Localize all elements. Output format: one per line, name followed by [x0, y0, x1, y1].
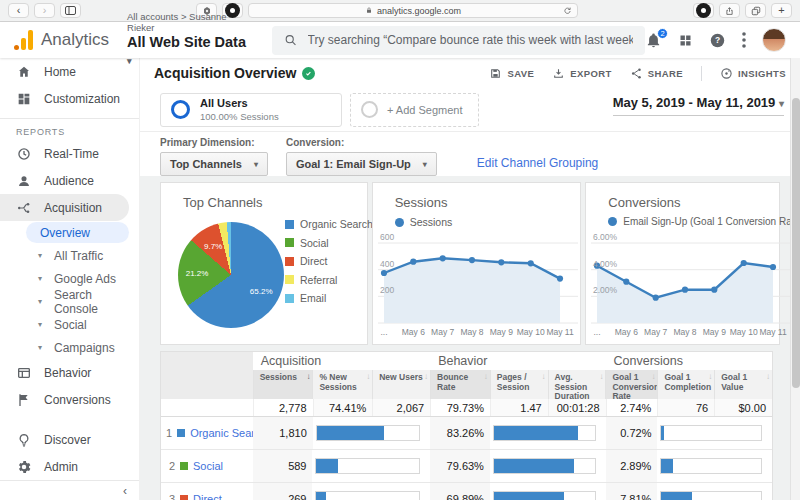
- legend-item-email[interactable]: Email: [285, 292, 373, 304]
- table-corner-cell: [161, 352, 253, 370]
- sidebar-item-conversions[interactable]: Conversions: [0, 386, 139, 413]
- add-segment-button[interactable]: + Add Segment: [350, 93, 479, 127]
- search-input[interactable]: [308, 33, 633, 47]
- column-header-avg-session-duration[interactable]: Avg. Session Duration↓: [548, 370, 606, 399]
- breadcrumb[interactable]: All accounts > Susanne Rieker: [127, 12, 250, 34]
- share-button[interactable]: SHARE: [630, 67, 683, 80]
- report-content: Acquisition Overview SAVE EXPORT SHARE: [140, 58, 800, 500]
- sort-arrow-icon[interactable]: ↓: [424, 373, 428, 382]
- legend-item-organic-search[interactable]: Organic Search: [285, 218, 373, 230]
- column-header-pages-session[interactable]: Pages / Session↓: [490, 370, 548, 399]
- extension-icon-3[interactable]: [693, 3, 714, 18]
- insights-icon: [720, 67, 733, 80]
- reload-icon[interactable]: [563, 6, 572, 16]
- sidebar-collapse-button[interactable]: ‹: [0, 480, 139, 500]
- sidebar-item-social[interactable]: ▾Social: [0, 313, 139, 336]
- sort-arrow-icon[interactable]: ↓: [651, 373, 655, 382]
- sort-arrow-icon[interactable]: ↓: [366, 373, 370, 382]
- notifications-bell-icon[interactable]: 2: [645, 32, 662, 49]
- sidebar-item-customization[interactable]: Customization: [0, 85, 139, 112]
- sidebar-item-acquisition[interactable]: Acquisition: [0, 194, 129, 221]
- dashboard: Top Channels 65.2%21.2%9.7% Organic Sear…: [140, 176, 800, 500]
- sidebar-item-all-traffic[interactable]: ▾All Traffic: [0, 244, 139, 267]
- sidebar-section-label: REPORTS: [0, 118, 139, 140]
- sidebar-toggle-icon[interactable]: [60, 3, 81, 18]
- channel-link[interactable]: Direct: [193, 493, 222, 500]
- flag-icon: [16, 392, 32, 408]
- sort-arrow-icon[interactable]: ↓: [484, 373, 488, 382]
- column-header-goal-1-completion[interactable]: Goal 1 Completion↓: [657, 370, 714, 399]
- sidebar-item-discover[interactable]: Discover: [0, 426, 139, 453]
- page-scrollbar[interactable]: [790, 58, 800, 500]
- sort-arrow-icon[interactable]: ↓: [708, 373, 712, 382]
- sidebar-item-audience[interactable]: Audience: [0, 167, 139, 194]
- tabs-overview-icon[interactable]: [745, 3, 766, 18]
- column-header-goal-1-value[interactable]: Goal 1 Value↓: [714, 370, 772, 399]
- chevron-down-icon[interactable]: ▾: [38, 274, 48, 283]
- address-bar[interactable]: analytics.google.com: [248, 3, 578, 18]
- share-page-icon[interactable]: [719, 3, 740, 18]
- new-tab-button[interactable]: +: [771, 3, 792, 18]
- insights-button[interactable]: INSIGHTS: [720, 67, 786, 80]
- primary-dimension-dropdown[interactable]: Top Channels▾: [160, 152, 268, 176]
- top-channels-pie-chart[interactable]: 65.2%21.2%9.7%: [178, 222, 284, 328]
- channel-link[interactable]: Social: [193, 460, 223, 472]
- property-selector[interactable]: All Web Site Data ▾: [127, 34, 250, 67]
- svg-text:May 8: May 8: [674, 327, 697, 337]
- conversion-label: Conversion:: [286, 137, 437, 148]
- totals-pages-session: 1.47: [490, 399, 548, 416]
- row-rank: 3: [166, 493, 175, 500]
- sort-arrow-icon[interactable]: ↓: [766, 373, 770, 382]
- help-icon[interactable]: ?: [709, 32, 726, 49]
- column-header-goal-1-conversion-rate[interactable]: Goal 1 Conversion Rate↓: [605, 370, 657, 399]
- analytics-logo-icon[interactable]: [14, 30, 33, 50]
- export-icon: [552, 67, 565, 80]
- svg-text:400: 400: [380, 259, 394, 269]
- edit-channel-grouping-link[interactable]: Edit Channel Grouping: [477, 156, 598, 170]
- svg-text:May 9: May 9: [489, 327, 512, 337]
- sort-arrow-icon[interactable]: ↓: [599, 373, 603, 382]
- sidebar-item-admin[interactable]: Admin: [0, 453, 139, 480]
- sidebar-item-overview[interactable]: Overview: [26, 222, 129, 243]
- forward-button[interactable]: ›: [34, 3, 55, 18]
- segment-all-users[interactable]: All Users 100.00% Sessions: [160, 93, 342, 127]
- chevron-down-icon[interactable]: ▾: [38, 320, 48, 329]
- column-header-bounce-rate[interactable]: Bounce Rate↓: [430, 370, 490, 399]
- row-rank: 2: [166, 460, 175, 472]
- kebab-menu-icon[interactable]: [742, 32, 746, 48]
- bounce-rate-bar: [490, 483, 606, 500]
- sort-arrow-icon[interactable]: ↓: [542, 373, 546, 382]
- sort-arrow-icon[interactable]: ↓: [306, 373, 310, 382]
- svg-text:May 11: May 11: [546, 327, 574, 337]
- chevron-down-icon[interactable]: ▾: [38, 343, 48, 352]
- table-group-acquisition: Acquisition: [253, 352, 430, 370]
- legend-swatch-icon: [285, 275, 294, 284]
- export-button[interactable]: EXPORT: [552, 67, 611, 80]
- search-bar[interactable]: [272, 26, 645, 55]
- sidebar-item-real-time[interactable]: Real-Time: [0, 140, 139, 167]
- sidebar-item-behavior[interactable]: Behavior: [0, 359, 139, 386]
- channel-cell: 3Direct: [161, 483, 253, 500]
- column-header-new-users[interactable]: New Users↓: [372, 370, 430, 399]
- user-avatar[interactable]: [762, 28, 786, 52]
- conversion-rate-value: 2.89%: [606, 450, 658, 482]
- apps-grid-icon[interactable]: [678, 33, 693, 48]
- svg-text:2.00%: 2.00%: [593, 285, 618, 295]
- chevron-down-icon[interactable]: ▾: [38, 297, 48, 306]
- legend-item-social[interactable]: Social: [285, 237, 373, 249]
- segment-name: All Users: [200, 97, 279, 111]
- add-segment-ring-icon: [361, 101, 378, 118]
- back-button[interactable]: ‹: [8, 3, 29, 18]
- sidebar-item-search-console[interactable]: ▾Search Console: [0, 290, 139, 313]
- date-range-selector[interactable]: May 5, 2019 - May 11, 2019 ▾: [613, 95, 784, 116]
- chevron-down-icon[interactable]: ▾: [38, 251, 48, 260]
- column-header-sessions[interactable]: Sessions↓: [253, 370, 313, 399]
- conversion-dropdown[interactable]: Goal 1: Email Sign-Up▾: [286, 152, 437, 176]
- legend-item-direct[interactable]: Direct: [285, 255, 373, 267]
- sidebar-item-campaigns[interactable]: ▾Campaigns: [0, 336, 139, 359]
- legend-item-referral[interactable]: Referral: [285, 274, 373, 286]
- save-button[interactable]: SAVE: [489, 67, 534, 80]
- column-header-new-sessions[interactable]: % New Sessions↓: [312, 370, 372, 399]
- sidebar-item-home[interactable]: Home: [0, 58, 139, 85]
- scrollbar-thumb[interactable]: [792, 98, 800, 388]
